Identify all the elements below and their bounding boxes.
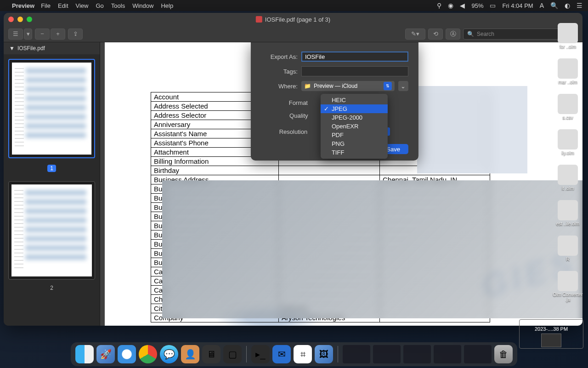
volume-icon[interactable]: ◀ — [460, 2, 465, 9]
desktop-file[interactable]: for ..olm — [558, 23, 578, 49]
siri-icon[interactable]: ◐ — [565, 2, 570, 9]
dock-contacts[interactable]: 👤 — [181, 345, 199, 363]
sidebar-toggle-button[interactable]: ☰ — [8, 29, 23, 40]
document-area[interactable]: GIES AccountAddress Selected, CherAddres… — [100, 42, 582, 326]
sidebar-mode-button[interactable]: ▾ — [24, 29, 32, 40]
menu-file[interactable]: File — [41, 2, 51, 9]
dock-chrome[interactable] — [139, 345, 157, 363]
format-option-tiff[interactable]: TIFF — [321, 148, 388, 157]
format-option-openexr[interactable]: OpenEXR — [321, 122, 388, 131]
zoom-out-button[interactable]: − — [35, 29, 50, 40]
dock-separator-2 — [338, 346, 338, 362]
desktop-file[interactable]: Olm Converter .ja — [552, 271, 584, 302]
sidebar-file-header[interactable]: ▼ IOSFile.pdf — [4, 42, 100, 54]
rotate-button[interactable]: ⟲ — [428, 29, 443, 40]
dock-minimized-2[interactable] — [373, 345, 401, 363]
menubar: Preview File Edit View Go Tools Window H… — [0, 0, 588, 11]
page-number-2: 2 — [50, 285, 53, 291]
format-dropdown[interactable]: HEICJPEGJPEG-2000OpenEXRPDFPNGTIFF — [321, 94, 388, 159]
wifi-icon[interactable]: ◉ — [448, 2, 453, 9]
window-minimize-button[interactable] — [17, 17, 23, 22]
battery-percent[interactable]: 95% — [471, 2, 483, 9]
menu-tools[interactable]: Tools — [111, 2, 125, 9]
menu-view[interactable]: View — [76, 2, 89, 9]
file-icon — [558, 58, 578, 79]
dock-launchpad[interactable]: 🚀 — [96, 345, 115, 363]
file-label: it .olm — [562, 186, 574, 191]
dock-outlook[interactable]: ✉ — [272, 345, 291, 363]
desktop-file[interactable]: ily.olm — [558, 129, 578, 155]
dock-minimized-3[interactable] — [403, 345, 431, 363]
file-label: Olm Converter .ja — [552, 292, 584, 302]
file-label: R — [566, 257, 569, 262]
dock: 🚀 💬 👤 🖥 ▢ ▸_ ✉ ⌗ 🖼 🗑 — [71, 342, 517, 366]
format-option-png[interactable]: PNG — [321, 139, 388, 148]
where-value: Preview — iCloud — [314, 83, 357, 89]
menu-go[interactable]: Go — [96, 2, 103, 9]
file-label: mar ..olm — [558, 80, 577, 85]
dock-trash[interactable]: 🗑 — [494, 345, 513, 363]
format-option-pdf[interactable]: PDF — [321, 131, 388, 139]
sidebar-filename: IOSFile.pdf — [17, 45, 45, 52]
screenshot-thumb — [541, 334, 561, 347]
window-maximize-button[interactable] — [27, 17, 32, 22]
markup-button[interactable]: Ⓐ — [446, 29, 460, 40]
menu-window[interactable]: Window — [132, 2, 153, 9]
tags-input[interactable] — [301, 66, 408, 76]
dock-slack[interactable]: ⌗ — [294, 345, 312, 363]
file-label: ily.olm — [561, 150, 574, 155]
where-expand-button[interactable]: ⌄ — [398, 81, 408, 91]
dock-terminal[interactable]: ▢ — [223, 345, 242, 363]
thumbnail-sidebar: ▼ IOSFile.pdf 1 2 — [4, 42, 100, 326]
highlight-button[interactable]: ✎▾ — [405, 29, 425, 40]
file-icon — [558, 94, 578, 114]
menu-help[interactable]: Help — [161, 2, 173, 9]
battery-icon[interactable]: ▭ — [490, 2, 496, 9]
clock[interactable]: Fri 4:04 PM — [502, 2, 533, 9]
dock-finder[interactable] — [75, 345, 94, 363]
format-option-jpeg[interactable]: JPEG — [321, 104, 388, 113]
bluetooth-icon[interactable]: ⚲ — [437, 2, 441, 9]
desktop-file[interactable]: mar ..olm — [558, 58, 578, 85]
dock-console[interactable]: 🖥 — [202, 345, 220, 363]
dock-preview[interactable]: 🖼 — [315, 345, 333, 363]
desktop-file[interactable]: it .olm — [558, 165, 578, 191]
file-icon — [558, 200, 578, 220]
redacted-region-2 — [162, 180, 582, 318]
dock-minimized-4[interactable] — [434, 345, 461, 363]
disclosure-triangle-icon[interactable]: ▼ — [9, 45, 15, 52]
search-placeholder: Search — [477, 31, 494, 37]
format-option-heic[interactable]: HEIC — [321, 96, 388, 104]
desktop-file[interactable]: s.csv — [558, 94, 578, 120]
dock-messages[interactable]: 💬 — [160, 345, 178, 363]
page-thumbnail-2[interactable] — [8, 181, 95, 280]
screenshot-preview[interactable]: Screenshot 2023-....38 PM — [519, 319, 583, 349]
spotlight-icon[interactable]: 🔍 — [550, 2, 558, 9]
titlebar: IOSFile.pdf (page 1 of 3) — [4, 13, 582, 26]
export-as-label: Export As: — [261, 53, 298, 60]
where-select[interactable]: 📁 Preview — iCloud ⇅ — [301, 81, 395, 91]
where-label: Where: — [261, 83, 298, 90]
format-option-jpeg2000[interactable]: JPEG-2000 — [321, 113, 388, 122]
file-label: s.csv — [563, 115, 573, 120]
zoom-in-button[interactable]: + — [51, 29, 65, 40]
input-source-icon[interactable]: A — [540, 2, 544, 9]
dock-terminal-app[interactable]: ▸_ — [251, 345, 270, 363]
desktop-file[interactable]: R — [558, 236, 578, 262]
page-thumbnail-1[interactable] — [8, 59, 95, 158]
dock-minimized-5[interactable] — [464, 345, 492, 363]
window-close-button[interactable] — [8, 17, 14, 22]
file-icon — [558, 129, 578, 150]
notification-center-icon[interactable]: ☰ — [577, 2, 582, 9]
app-menu[interactable]: Preview — [12, 2, 34, 9]
export-as-input[interactable] — [301, 52, 408, 62]
table-cell: Birthday — [151, 166, 279, 175]
share-button[interactable]: ⇪ — [68, 29, 83, 40]
search-icon: 🔍 — [467, 31, 474, 37]
folder-icon: 📁 — [304, 83, 311, 89]
desktop-file[interactable]: est ..ile.olm — [556, 200, 580, 226]
dock-minimized-1[interactable] — [343, 345, 370, 363]
dock-safari[interactable] — [118, 345, 136, 363]
toolbar: ☰ ▾ − + ⇪ ✎▾ ⟲ Ⓐ 🔍 Search — [4, 26, 582, 42]
menu-edit[interactable]: Edit — [58, 2, 68, 9]
